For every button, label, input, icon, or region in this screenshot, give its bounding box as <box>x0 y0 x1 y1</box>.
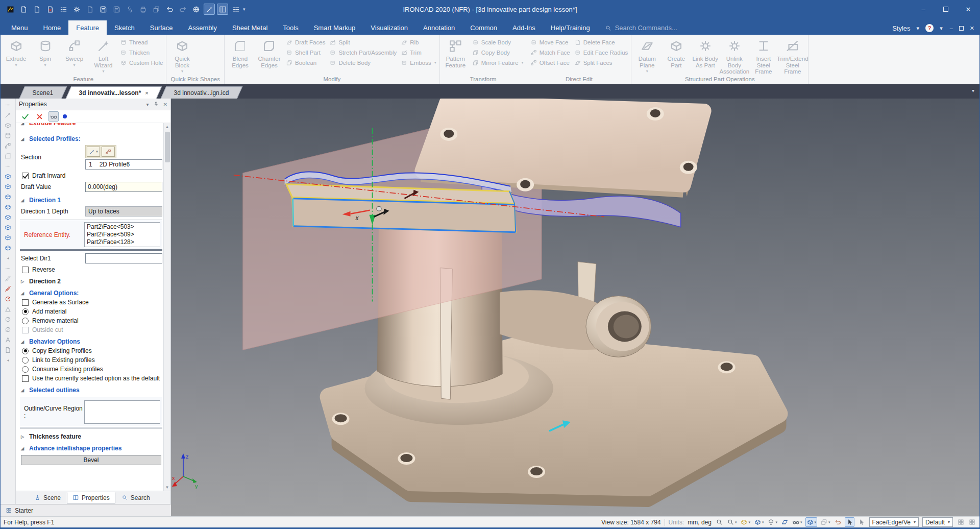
qat-overflow-icon[interactable]: ▾ <box>241 7 247 12</box>
doc-close-button[interactable]: ✕ <box>969 25 975 32</box>
reference-entity-item[interactable]: Part2\Face<128> <box>87 238 158 246</box>
zoom-icon[interactable] <box>715 518 724 526</box>
show-panels-icon[interactable] <box>217 4 228 15</box>
catalog-hollow-icon[interactable] <box>3 223 13 232</box>
panel-scrollbar[interactable]: ▲ ▼ <box>163 123 170 491</box>
print-icon[interactable] <box>137 4 149 15</box>
menu-tab-sketch[interactable]: Sketch <box>107 20 142 35</box>
draft-inward-option[interactable]: Draft Inward <box>22 172 162 179</box>
panel-dropdown-icon[interactable]: ▾ <box>146 102 149 107</box>
blend-shape-icon[interactable] <box>3 152 13 160</box>
copy-icon[interactable] <box>151 4 162 15</box>
add-material-option[interactable]: Add material <box>22 308 162 315</box>
ironcad-logo-icon[interactable] <box>5 4 16 15</box>
ribbon-button-link-body-as-part[interactable]: Link Body As Part <box>691 36 720 68</box>
save-as-icon[interactable] <box>111 4 122 15</box>
ribbon-button-match-face[interactable]: Match Face <box>530 48 570 57</box>
measure-height-icon[interactable] <box>3 295 13 303</box>
copy-existing-option[interactable]: Copy Existing Profiles <box>22 347 162 354</box>
use-default-option[interactable]: Use the currently selected option as the… <box>22 375 162 382</box>
scene-browser-icon[interactable] <box>230 4 241 15</box>
outline-region-input[interactable] <box>84 400 160 424</box>
ribbon-button-delete-face[interactable]: Delete Face <box>574 38 628 46</box>
link-existing-option[interactable]: Link to Existing profiles <box>22 356 162 364</box>
copy-display-icon[interactable]: ▾ <box>820 518 831 526</box>
document-tab-scene1[interactable]: Scene1 <box>19 86 67 99</box>
ribbon-button-delete-body[interactable]: Delete Body <box>329 58 397 67</box>
ribbon-button-quick-block[interactable]: Quick Block▾ <box>167 36 197 74</box>
generate-surface-checkbox[interactable] <box>22 299 29 306</box>
catalog-cube-icon[interactable] <box>3 213 13 222</box>
ribbon-button-custom-hole[interactable]: Custom Hole <box>120 58 163 67</box>
section-selected-profiles[interactable]: ◢Selected Profiles: <box>21 135 163 142</box>
close-button[interactable]: ✕ <box>957 0 979 18</box>
render-globe-icon[interactable] <box>190 4 202 15</box>
ribbon-button-create-part[interactable]: Create Part <box>662 36 691 68</box>
profile-list[interactable]: 1 2D Profile6 <box>85 159 162 170</box>
add-material-radio[interactable] <box>22 308 29 315</box>
reference-entity-list[interactable]: Part2\Face<503> Part2\Face<509> Part2\Fa… <box>84 222 160 247</box>
save-icon[interactable] <box>97 4 109 15</box>
cancel-button[interactable] <box>34 111 44 122</box>
doc-minimize-button[interactable]: – <box>949 25 954 31</box>
scrollbar-thumb[interactable] <box>165 132 170 162</box>
use-default-checkbox[interactable] <box>22 375 29 382</box>
spreadsheet-icon[interactable] <box>71 4 82 15</box>
reverse-option[interactable]: Reverse <box>22 266 162 273</box>
menu-tab-sheet-metal[interactable]: Sheet Metal <box>225 20 275 35</box>
panel-close-icon[interactable]: ✕ <box>163 102 167 107</box>
scroll-up-icon[interactable]: ▲ <box>165 123 169 130</box>
measure-radius-icon[interactable] <box>3 315 13 324</box>
open-document-icon[interactable] <box>31 4 42 15</box>
bevel-button[interactable]: Bevel <box>21 455 161 465</box>
undo-icon[interactable] <box>164 4 175 15</box>
sketch-tool-icon[interactable] <box>3 111 13 119</box>
consume-existing-option[interactable]: Consume Existing profiles <box>22 366 162 373</box>
ribbon-button-emboss[interactable]: Emboss▾ <box>401 58 436 67</box>
measure-diameter-icon[interactable] <box>3 325 13 334</box>
ribbon-button-offset-face[interactable]: Offset Face <box>530 58 570 67</box>
menu-tab-add-ins[interactable]: Add-Ins <box>505 20 543 35</box>
section-direction2[interactable]: ▷Direction 2 <box>21 278 163 285</box>
ribbon-button-thicken[interactable]: Thicken <box>120 48 163 57</box>
reference-entity-item[interactable]: Part2\Face<509> <box>87 231 158 238</box>
ribbon-button-draft-faces[interactable]: Draft Faces <box>286 38 325 46</box>
catalog-wedge-icon[interactable] <box>3 233 13 242</box>
section-advance-intellishape[interactable]: ◢Advance intellishape properties <box>21 445 163 452</box>
document-tab-3d-innovativ-ign-icd[interactable]: 3d innovativ...ign.icd <box>161 86 243 99</box>
link-icon[interactable] <box>124 4 135 15</box>
pin-icon[interactable] <box>153 101 159 107</box>
help-dropdown-icon[interactable]: ▾ <box>939 25 944 32</box>
ribbon-button-blend-edges[interactable]: Blend Edges <box>226 36 255 68</box>
ribbon-button-loft-wizard[interactable]: Loft Wizard▾ <box>89 36 118 74</box>
configuration-select[interactable]: Default▾ <box>922 517 953 527</box>
menu-tab-common[interactable]: Common <box>462 20 505 35</box>
catalog-stock-icon[interactable] <box>3 244 13 252</box>
command-search[interactable]: Search Commands... <box>605 24 677 32</box>
scene-canvas[interactable]: x z x <box>171 99 979 516</box>
menu-tab-surface[interactable]: Surface <box>142 20 181 35</box>
ribbon-button-extrude[interactable]: Extrude▾ <box>2 36 31 67</box>
zoom-window-icon[interactable]: ▾ <box>726 518 738 526</box>
tabstrip-dropdown-icon[interactable]: ▾ <box>972 88 974 93</box>
edit-profile-button[interactable]: ▾ <box>87 147 100 157</box>
section-thickness-feature[interactable]: ▷Thickness feature <box>21 433 163 440</box>
section-direction1[interactable]: ◢Direction 1 <box>21 197 163 204</box>
catalog-slab-icon[interactable] <box>3 182 13 191</box>
import-icon[interactable] <box>84 4 95 15</box>
styles-button[interactable]: Styles <box>892 25 910 32</box>
revert-tool-icon[interactable] <box>834 518 842 526</box>
reference-entity-item[interactable]: Part2\Face<503> <box>87 223 158 231</box>
shaded-display-icon[interactable]: ▾ <box>805 517 818 527</box>
visibility-icon[interactable]: ▾ <box>792 518 803 526</box>
ribbon-button-stretch-part-assembly[interactable]: Stretch Part/Assembly <box>329 48 397 57</box>
section-general-options[interactable]: ◢General Options: <box>21 290 163 297</box>
catalog-box-icon[interactable] <box>3 193 13 201</box>
reverse-checkbox[interactable] <box>22 267 29 273</box>
ribbon-button-trim-extend-steel-frame[interactable]: Trim/Extend Steel Frame <box>778 36 807 75</box>
ribbon-button-shell-part[interactable]: Shell Part <box>286 48 325 57</box>
section-behavior-options[interactable]: ◢Behavior Options <box>21 338 163 345</box>
panel-tab-search[interactable]: Search <box>116 492 155 503</box>
menu-tab-menu[interactable]: Menu <box>4 20 36 35</box>
layout-grid-icon[interactable] <box>968 518 976 526</box>
